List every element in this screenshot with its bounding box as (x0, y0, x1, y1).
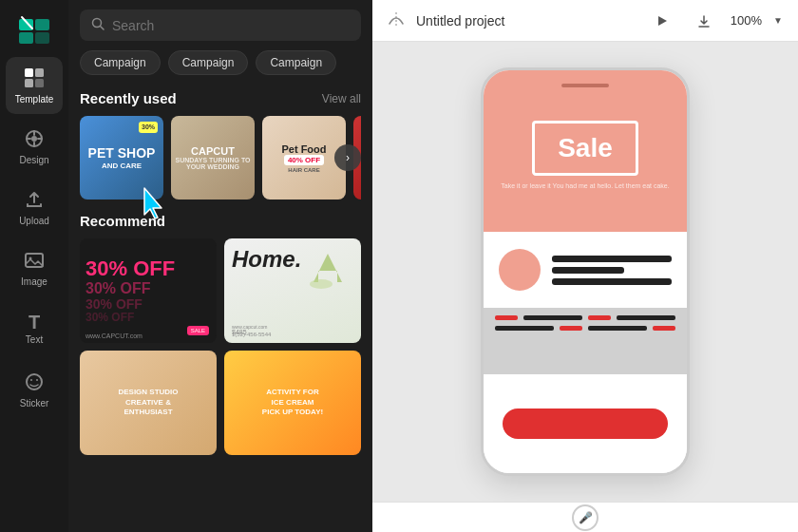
sticker-icon (24, 371, 45, 395)
filter-chip-2[interactable]: Campaign (256, 50, 336, 75)
phone-avatar (499, 249, 541, 291)
template-card-capcut[interactable]: CAPCUT SUNDAYS TURNING TO YOUR WEDDING (171, 116, 255, 200)
template-icon (24, 67, 45, 91)
image-icon (24, 250, 45, 274)
svg-rect-8 (35, 79, 44, 87)
recommend-grid: 30% OFF 30% OFF 30% OFF 30% OFF SALE www… (80, 238, 361, 455)
sale-box: Sale (532, 121, 638, 176)
svg-point-13 (27, 374, 42, 390)
phone-sale-section: Sale Take it or leave it You had me at h… (484, 70, 687, 232)
filter-chip-1[interactable]: Campaign (168, 50, 249, 75)
svg-rect-5 (25, 68, 33, 77)
text-label: Text (26, 335, 43, 345)
svg-rect-2 (19, 32, 33, 44)
sidebar-item-design[interactable]: Design (6, 118, 63, 175)
phone-profile-section (484, 232, 687, 308)
image-label: Image (21, 277, 48, 287)
svg-line-17 (101, 27, 104, 30)
template-card-pet-shop[interactable]: PET SHOP AND CARE 30% (80, 116, 163, 200)
svg-point-18 (310, 279, 332, 289)
design-label: Design (19, 156, 48, 165)
filter-chip-0[interactable]: Campaign (80, 50, 161, 75)
rec-30-text-2: 30% OFF (86, 280, 211, 297)
upload-icon (24, 189, 45, 213)
phone-accent-2 (588, 315, 611, 320)
canvas-topbar: Untitled project 100% ▼ (372, 0, 798, 42)
sale-text: Sale (558, 133, 613, 162)
zoom-chevron-icon[interactable]: ▼ (773, 15, 783, 26)
rec-card-home[interactable]: Home. $485 1(52)-456-5544 www.capcut.com (224, 238, 361, 343)
sidebar-item-upload[interactable]: Upload (6, 179, 63, 236)
recommend-title: Recommend (80, 213, 165, 229)
app-logo (17, 11, 51, 46)
phone-line-2 (552, 267, 624, 274)
sidebar: Template Design Upload (0, 0, 68, 532)
rec-card-design[interactable]: DESIGN STUDIOCREATIVE &ENTHUSIAST (80, 351, 217, 455)
recently-used-title: Recently used (80, 90, 177, 106)
svg-rect-6 (35, 68, 44, 77)
scroll-right-button[interactable]: › (334, 144, 361, 171)
download-button[interactable] (689, 6, 719, 36)
project-title: Untitled project (416, 13, 504, 28)
panel-content: Recently used View all PET SHOP AND CARE… (68, 85, 372, 532)
svg-rect-7 (25, 79, 33, 87)
sidebar-item-text[interactable]: T Text (6, 300, 63, 357)
recently-used-row: PET SHOP AND CARE 30% CAPCUT SUNDAYS TUR… (80, 116, 361, 200)
svg-point-14 (30, 379, 32, 381)
recently-used-header: Recently used View all (80, 90, 361, 106)
svg-rect-11 (26, 254, 43, 267)
view-all-link[interactable]: View all (322, 92, 361, 105)
rec-card-30off[interactable]: 30% OFF 30% OFF 30% OFF 30% OFF SALE www… (80, 238, 217, 343)
phone-divider-row-2 (495, 326, 675, 331)
phone-div-line-1 (523, 315, 582, 320)
phone-cta-section (484, 374, 687, 473)
phone-cta-button (503, 408, 668, 439)
canvas-area: Untitled project 100% ▼ Backg... (372, 0, 798, 532)
text-icon: T (28, 313, 40, 332)
canvas-viewport: Sale Take it or leave it You had me at h… (372, 42, 798, 502)
phone-line-3 (552, 278, 672, 285)
phone-accent-3 (560, 326, 582, 331)
template-label: Template (15, 95, 54, 104)
phone-line-1 (552, 256, 672, 262)
rec-30-text-4: 30% OFF (86, 312, 211, 324)
mic-button[interactable]: 🎤 (572, 504, 598, 531)
search-bar[interactable] (80, 10, 361, 41)
search-icon (91, 17, 104, 33)
sidebar-item-template[interactable]: Template (6, 57, 63, 114)
phone-divider-section (484, 308, 687, 374)
upload-label: Upload (19, 217, 49, 226)
phone-div-line-2 (617, 315, 675, 320)
phone-accent-4 (653, 326, 675, 331)
phone-sub-text: Take it or leave it You had me at hello.… (501, 181, 669, 191)
phone-header-bar (561, 84, 609, 87)
design-icon (24, 128, 45, 152)
svg-rect-1 (35, 19, 49, 30)
svg-point-15 (36, 379, 38, 381)
rec-30-text: 30% OFF (86, 257, 211, 280)
zoom-label[interactable]: 100% (731, 13, 762, 28)
phone-div-line-4 (588, 326, 647, 331)
phone-text-lines (552, 256, 672, 285)
svg-point-10 (31, 136, 37, 142)
rec-card-icecream[interactable]: ACTIVITY FORICE CREAMPICK UP TODAY! (224, 351, 361, 455)
filter-row: Campaign Campaign Campaign (68, 50, 372, 85)
svg-rect-3 (35, 32, 49, 44)
play-button[interactable] (647, 6, 677, 36)
phone-accent-1 (495, 315, 518, 320)
phone-divider-row-1 (495, 315, 675, 320)
recommend-header: Recommend (80, 213, 361, 229)
project-icon (388, 10, 405, 31)
phone-div-line-3 (495, 326, 554, 331)
rec-30-text-3: 30% OFF (86, 297, 211, 312)
svg-marker-20 (658, 16, 667, 26)
phone-mockup: Sale Take it or leave it You had me at h… (481, 67, 690, 476)
template-card-pet-food[interactable]: Pet Food 40% OFF HAIR CARE (262, 116, 346, 200)
template-panel: Campaign Campaign Campaign Recently used… (68, 0, 372, 532)
sticker-label: Sticker (20, 399, 49, 408)
sidebar-item-sticker[interactable]: Sticker (6, 361, 63, 418)
search-input[interactable] (112, 18, 350, 33)
sidebar-item-image[interactable]: Image (6, 239, 63, 296)
canvas-bottom-bar: 🎤 (372, 502, 798, 532)
